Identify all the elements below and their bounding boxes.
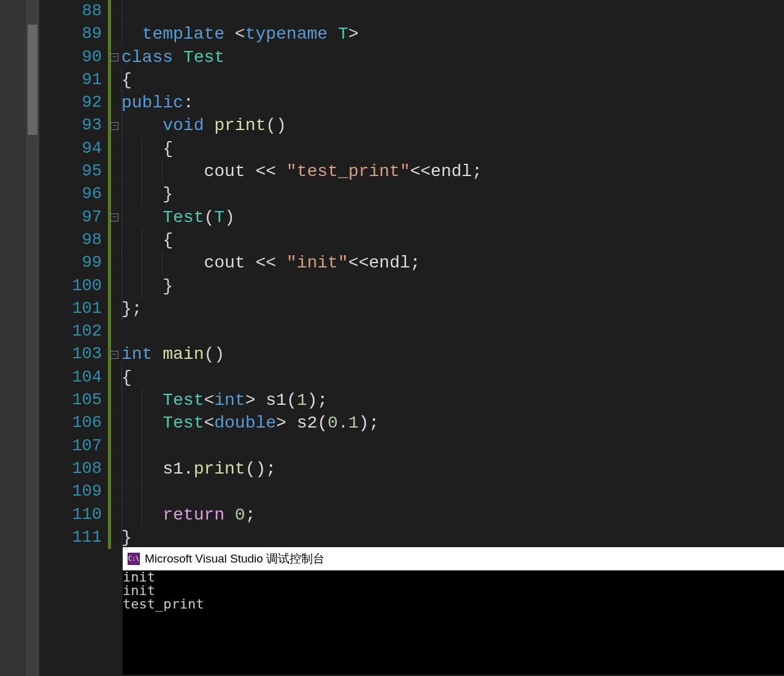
code-line[interactable]: { (111, 137, 784, 160)
code-line[interactable]: Test<double> s2(0.1); (111, 412, 784, 434)
line-number[interactable]: 88 (39, 0, 102, 23)
code-token: (); (245, 459, 276, 478)
line-number[interactable]: 110 (39, 504, 102, 526)
code-line[interactable]: } (111, 275, 784, 298)
code-token (225, 505, 235, 524)
code-line[interactable]: public: (111, 91, 784, 114)
line-number[interactable]: 109 (39, 480, 102, 503)
line-number[interactable]: 91 (39, 69, 102, 91)
vertical-scrollbar[interactable] (26, 0, 39, 676)
code-line[interactable]: { (111, 366, 784, 389)
code-line[interactable]: Test(T) (111, 206, 784, 229)
code-line[interactable]: int main() (111, 343, 784, 366)
code-token: 0.1 (328, 413, 358, 432)
code-line[interactable]: void print() (111, 114, 784, 137)
line-number[interactable]: 94 (39, 137, 102, 160)
code-token (204, 116, 214, 135)
line-number[interactable]: 102 (39, 320, 102, 343)
code-token: } (121, 277, 173, 296)
code-line[interactable] (111, 435, 784, 458)
code-token: < (204, 413, 214, 432)
code-token: ) (225, 208, 235, 227)
code-token: print (194, 459, 245, 478)
line-number[interactable]: 97 (39, 206, 102, 229)
code-token (121, 25, 142, 44)
console-line: init (123, 570, 784, 584)
code-line[interactable]: } (111, 183, 784, 205)
code-token: Test (163, 391, 204, 410)
line-number[interactable]: 95 (39, 160, 102, 183)
code-token: s1. (121, 459, 194, 478)
line-number[interactable]: 96 (39, 183, 102, 205)
code-token: > s1( (245, 391, 297, 410)
code-token: } (121, 528, 132, 547)
code-token: void (163, 116, 204, 135)
code-token: cout << (121, 162, 286, 181)
code-token: Test (163, 208, 204, 227)
code-line[interactable] (111, 0, 784, 23)
code-token: T (214, 208, 225, 227)
code-token: return (163, 505, 225, 524)
line-number[interactable]: 111 (39, 526, 102, 549)
code-token: T (338, 25, 348, 44)
code-token: ); (359, 413, 380, 432)
code-line[interactable]: } (111, 526, 784, 549)
line-number[interactable]: 107 (39, 435, 102, 458)
line-number[interactable]: 105 (39, 389, 102, 412)
line-number[interactable]: 99 (39, 252, 102, 274)
line-number[interactable]: 103 (39, 343, 102, 366)
line-number[interactable]: 108 (39, 458, 102, 480)
code-token: public (121, 93, 183, 112)
code-token: ( (204, 208, 214, 227)
code-line[interactable]: template <typename T> (111, 23, 784, 45)
code-token: < (204, 391, 214, 410)
code-token: main (163, 345, 204, 364)
line-number-gutter[interactable]: 8889909192939495969798991001011021031041… (39, 0, 108, 676)
code-token: { (121, 368, 132, 387)
code-token: { (121, 71, 132, 90)
code-line[interactable]: cout << "init"<<endl; (111, 252, 784, 274)
code-token: Test (163, 413, 204, 432)
code-token: cout << (121, 253, 286, 272)
code-token: 1 (297, 391, 307, 410)
line-number[interactable]: 93 (39, 114, 102, 137)
code-line[interactable]: }; (111, 298, 784, 320)
console-icon: C:\ (128, 553, 140, 565)
line-number[interactable]: 101 (39, 298, 102, 320)
line-number[interactable]: 98 (39, 229, 102, 252)
scrollbar-thumb[interactable] (28, 25, 37, 135)
code-token: < (225, 25, 245, 44)
code-token: class (121, 48, 173, 67)
line-number[interactable]: 100 (39, 275, 102, 298)
code-line[interactable] (111, 480, 784, 503)
code-line[interactable]: { (111, 69, 784, 91)
console-line: init (123, 584, 784, 597)
console-output[interactable]: initinittest_print (123, 570, 784, 675)
line-number[interactable]: 89 (39, 23, 102, 45)
code-token: "init" (286, 253, 348, 272)
code-token (121, 208, 163, 227)
console-title-bar[interactable]: C:\ Microsoft Visual Studio 调试控制台 (123, 547, 784, 570)
line-number[interactable]: 106 (39, 412, 102, 434)
line-number[interactable]: 90 (39, 46, 102, 69)
code-token: Test (183, 48, 225, 67)
code-token: 0 (235, 505, 245, 524)
code-token: template (142, 25, 225, 44)
code-token: { (121, 231, 173, 250)
console-line: test_print (123, 597, 784, 611)
code-token: double (214, 413, 276, 432)
code-token: } (121, 185, 173, 204)
line-number[interactable]: 104 (39, 366, 102, 389)
code-line[interactable]: Test<int> s1(1); (111, 389, 784, 412)
code-line[interactable]: { (111, 229, 784, 252)
code-line[interactable]: return 0; (111, 504, 784, 526)
code-token: : (183, 93, 194, 112)
code-line[interactable]: cout << "test_print"<<endl; (111, 160, 784, 183)
debug-console-window: C:\ Microsoft Visual Studio 调试控制台 initin… (123, 547, 784, 675)
editor-margin (0, 0, 26, 676)
code-token: ); (307, 391, 328, 410)
code-line[interactable]: s1.print(); (111, 458, 784, 480)
code-line[interactable] (111, 320, 784, 343)
code-line[interactable]: class Test (111, 46, 784, 69)
line-number[interactable]: 92 (39, 91, 102, 114)
